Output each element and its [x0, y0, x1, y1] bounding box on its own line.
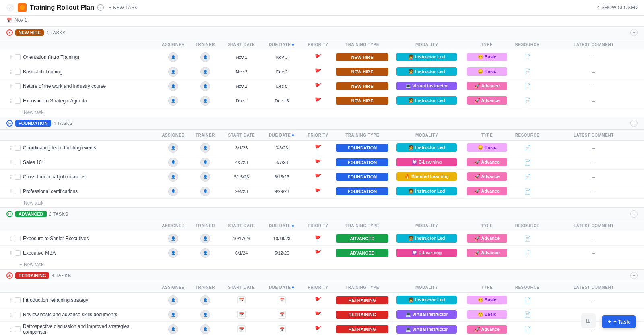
- assignee-avatar[interactable]: 👤: [168, 310, 178, 319]
- due-date-cell[interactable]: 10/19/23: [262, 235, 302, 242]
- priority-cell[interactable]: 🚩: [302, 144, 334, 152]
- drag-handle[interactable]: ⣿: [10, 327, 12, 332]
- resource-cell[interactable]: 📄: [511, 311, 543, 319]
- resource-cell[interactable]: 📄: [511, 249, 543, 257]
- drag-handle[interactable]: ⣿: [10, 55, 12, 59]
- section-toggle-foundation[interactable]: ⊙: [6, 120, 13, 127]
- drag-handle[interactable]: ⣿: [10, 98, 12, 103]
- trainer-avatar[interactable]: 👤: [200, 96, 210, 106]
- resource-cell[interactable]: 📄: [511, 173, 543, 181]
- section-add-button-new-hire[interactable]: +: [630, 29, 638, 36]
- due-date-cell[interactable]: 6/15/23: [262, 174, 302, 180]
- task-checkbox[interactable]: [15, 297, 21, 303]
- start-date-cell[interactable]: Nov 1: [221, 54, 262, 60]
- task-checkbox[interactable]: [15, 312, 21, 317]
- task-checkbox[interactable]: [15, 174, 21, 180]
- start-date-cell[interactable]: 4/3/23: [221, 159, 262, 166]
- task-name[interactable]: Exposure to Senior Executives: [23, 236, 89, 241]
- task-name[interactable]: Nature of the work and industry course: [23, 83, 106, 89]
- assignee-avatar[interactable]: 👤: [168, 187, 178, 196]
- task-name[interactable]: Cross-functional job rotations: [23, 174, 85, 180]
- task-name[interactable]: Retrospective discussion and improved st…: [23, 324, 154, 335]
- resource-cell[interactable]: 📄: [511, 68, 543, 76]
- task-name[interactable]: Exposure to Strategic Agenda: [23, 98, 87, 104]
- info-button[interactable]: i: [97, 4, 104, 11]
- task-checkbox[interactable]: [15, 236, 21, 241]
- trainer-avatar[interactable]: 👤: [200, 310, 210, 319]
- comment-cell[interactable]: –: [543, 158, 644, 166]
- comment-cell[interactable]: –: [543, 97, 644, 105]
- comment-cell[interactable]: –: [543, 249, 644, 257]
- task-name[interactable]: Orientation (Intro Training): [23, 54, 79, 60]
- drag-handle[interactable]: ⣿: [10, 160, 12, 164]
- task-name[interactable]: Basic Job Training: [23, 69, 62, 75]
- priority-cell[interactable]: 🚩: [302, 311, 334, 319]
- comment-cell[interactable]: –: [543, 53, 644, 61]
- trainer-avatar[interactable]: 👤: [200, 248, 210, 258]
- drag-handle[interactable]: ⣿: [10, 298, 12, 302]
- drag-handle[interactable]: ⣿: [10, 174, 12, 179]
- due-date-cell[interactable]: 5/12/26: [262, 250, 302, 256]
- start-date-cell[interactable]: Nov 2: [221, 83, 262, 89]
- priority-cell[interactable]: 🚩: [302, 249, 334, 257]
- task-name[interactable]: Professional certifications: [23, 189, 78, 194]
- priority-cell[interactable]: 🚩: [302, 173, 334, 181]
- priority-cell[interactable]: 🚩: [302, 296, 334, 304]
- assignee-avatar[interactable]: 👤: [168, 96, 178, 106]
- task-checkbox[interactable]: [15, 54, 21, 60]
- due-date-cell[interactable]: Dec 2: [262, 68, 302, 75]
- add-task-button[interactable]: + + Task: [602, 315, 636, 328]
- due-date-cell[interactable]: Dec 15: [262, 97, 302, 104]
- priority-cell[interactable]: 🚩: [302, 187, 334, 195]
- trainer-avatar[interactable]: 👤: [200, 187, 210, 196]
- assignee-avatar[interactable]: 👤: [168, 248, 178, 258]
- drag-handle[interactable]: ⣿: [10, 69, 12, 74]
- task-name[interactable]: Introduction retraining strategy: [23, 297, 88, 303]
- task-checkbox[interactable]: [15, 160, 21, 165]
- resource-cell[interactable]: 📄: [511, 97, 543, 105]
- due-date-cell[interactable]: 9/29/23: [262, 188, 302, 195]
- new-task-button[interactable]: + NEW TASK: [109, 5, 138, 10]
- new-task-row[interactable]: + New task: [0, 260, 644, 269]
- section-add-button-foundation[interactable]: +: [630, 120, 638, 127]
- section-toggle-new-hire[interactable]: ▼: [6, 29, 13, 36]
- start-date-cell[interactable]: 3/1/23: [221, 145, 262, 151]
- resource-cell[interactable]: 📄: [511, 158, 543, 166]
- section-toggle-retraining[interactable]: ◉: [6, 272, 13, 279]
- drag-handle[interactable]: ⣿: [10, 236, 12, 241]
- trainer-avatar[interactable]: 👤: [200, 67, 210, 77]
- due-date-cell[interactable]: 📅: [262, 324, 302, 334]
- resource-cell[interactable]: 📄: [511, 187, 543, 195]
- resource-cell[interactable]: 📄: [511, 144, 543, 152]
- comment-cell[interactable]: –: [543, 173, 644, 181]
- priority-cell[interactable]: 🚩: [302, 97, 334, 105]
- priority-cell[interactable]: 🚩: [302, 325, 334, 333]
- grid-view-button[interactable]: ⊞: [581, 313, 596, 328]
- comment-cell[interactable]: –: [543, 82, 644, 90]
- task-name[interactable]: Review basic and advance skills document…: [23, 312, 117, 317]
- start-date-cell[interactable]: 6/1/24: [221, 250, 262, 256]
- due-date-cell[interactable]: 4/7/23: [262, 159, 302, 166]
- comment-cell[interactable]: –: [543, 68, 644, 76]
- back-button[interactable]: ←: [6, 4, 14, 12]
- section-add-button-retraining[interactable]: +: [630, 272, 638, 279]
- task-checkbox[interactable]: [15, 250, 21, 256]
- assignee-avatar[interactable]: 👤: [168, 52, 178, 62]
- assignee-avatar[interactable]: 👤: [168, 234, 178, 243]
- start-date-cell[interactable]: 📅: [221, 310, 262, 319]
- resource-cell[interactable]: 📄: [511, 296, 543, 304]
- priority-cell[interactable]: 🚩: [302, 68, 334, 76]
- assignee-avatar[interactable]: 👤: [168, 81, 178, 91]
- assignee-avatar[interactable]: 👤: [168, 67, 178, 77]
- resource-cell[interactable]: 📄: [511, 82, 543, 90]
- trainer-avatar[interactable]: 👤: [200, 295, 210, 305]
- comment-cell[interactable]: –: [543, 234, 644, 243]
- task-name[interactable]: Sales 101: [23, 160, 44, 165]
- task-checkbox[interactable]: [15, 83, 21, 89]
- resource-cell[interactable]: 📄: [511, 53, 543, 61]
- show-closed-button[interactable]: ✓ SHOW CLOSED: [596, 5, 638, 10]
- new-task-row[interactable]: + New task: [0, 199, 644, 207]
- start-date-cell[interactable]: 5/15/23: [221, 174, 262, 180]
- drag-handle[interactable]: ⣿: [10, 145, 12, 150]
- trainer-avatar[interactable]: 👤: [200, 234, 210, 243]
